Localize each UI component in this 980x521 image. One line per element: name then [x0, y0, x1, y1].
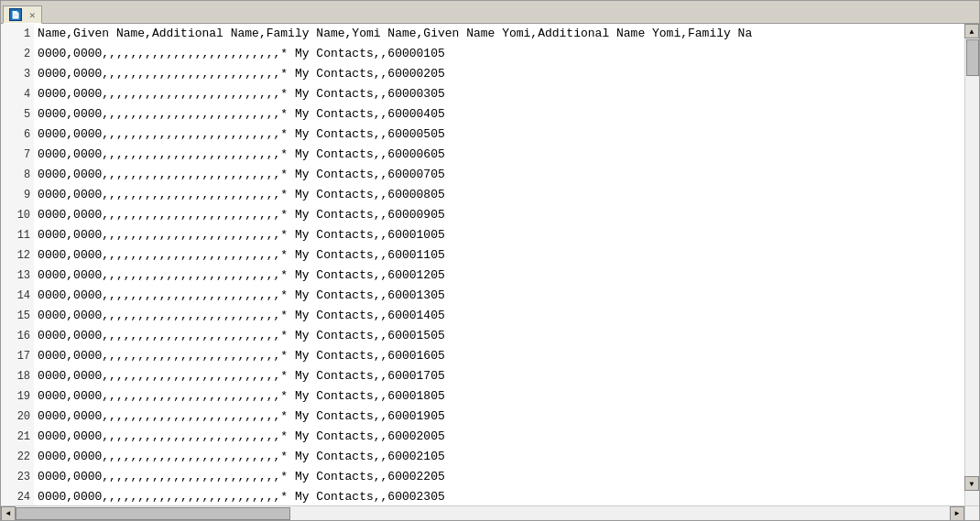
row-number: 19 — [1, 386, 34, 407]
table-row: 90000,0000,,,,,,,,,,,,,,,,,,,,,,,,,* My … — [1, 185, 964, 205]
row-number: 22 — [1, 447, 34, 467]
row-number: 3 — [1, 64, 34, 84]
v-scroll-track[interactable] — [965, 38, 979, 476]
row-number: 1 — [1, 24, 34, 44]
table-row: 140000,0000,,,,,,,,,,,,,,,,,,,,,,,,,* My… — [1, 286, 964, 306]
table-row: 110000,0000,,,,,,,,,,,,,,,,,,,,,,,,,* My… — [1, 225, 964, 245]
scroll-wrapper: 1Name,Given Name,Additional Name,Family … — [1, 24, 979, 520]
table-row: 70000,0000,,,,,,,,,,,,,,,,,,,,,,,,,* My … — [1, 145, 964, 165]
scrollbar-corner — [964, 505, 979, 520]
tab-close-button[interactable]: ✕ — [29, 9, 36, 21]
table-row: 50000,0000,,,,,,,,,,,,,,,,,,,,,,,,,* My … — [1, 104, 964, 125]
row-number: 14 — [1, 286, 34, 306]
row-content: 0000,0000,,,,,,,,,,,,,,,,,,,,,,,,,* My C… — [34, 104, 964, 125]
scroll-right-button[interactable]: ► — [950, 506, 964, 521]
data-table: 1Name,Given Name,Additional Name,Family … — [1, 24, 964, 520]
v-scroll-thumb[interactable] — [966, 39, 979, 76]
row-content: 0000,0000,,,,,,,,,,,,,,,,,,,,,,,,,* My C… — [34, 64, 964, 84]
file-tab[interactable]: 📄 ✕ — [3, 5, 42, 24]
scroll-left-button[interactable]: ◄ — [1, 506, 16, 521]
h-scroll-track[interactable] — [16, 506, 950, 521]
scroll-up-button[interactable]: ▲ — [964, 24, 979, 38]
row-content: 0000,0000,,,,,,,,,,,,,,,,,,,,,,,,,* My C… — [34, 366, 964, 386]
table-row: 200000,0000,,,,,,,,,,,,,,,,,,,,,,,,,* My… — [1, 407, 964, 427]
row-number: 20 — [1, 407, 34, 427]
table-row: 20000,0000,,,,,,,,,,,,,,,,,,,,,,,,,* My … — [1, 44, 964, 64]
table-scroll[interactable]: 1Name,Given Name,Additional Name,Family … — [1, 24, 979, 520]
table-row: 30000,0000,,,,,,,,,,,,,,,,,,,,,,,,,* My … — [1, 64, 964, 84]
row-content: 0000,0000,,,,,,,,,,,,,,,,,,,,,,,,,* My C… — [34, 407, 964, 427]
table-row: 100000,0000,,,,,,,,,,,,,,,,,,,,,,,,,* My… — [1, 205, 964, 225]
row-content: 0000,0000,,,,,,,,,,,,,,,,,,,,,,,,,* My C… — [34, 125, 964, 145]
row-number: 12 — [1, 245, 34, 266]
table-row: 120000,0000,,,,,,,,,,,,,,,,,,,,,,,,,* My… — [1, 245, 964, 266]
table-row: 210000,0000,,,,,,,,,,,,,,,,,,,,,,,,,* My… — [1, 427, 964, 447]
table-row: 240000,0000,,,,,,,,,,,,,,,,,,,,,,,,,* My… — [1, 487, 964, 507]
table-row: 80000,0000,,,,,,,,,,,,,,,,,,,,,,,,,* My … — [1, 165, 964, 185]
row-content: Name,Given Name,Additional Name,Family N… — [34, 24, 964, 44]
row-number: 5 — [1, 104, 34, 125]
table-row: 180000,0000,,,,,,,,,,,,,,,,,,,,,,,,,* My… — [1, 366, 964, 386]
content-area: 1Name,Given Name,Additional Name,Family … — [1, 23, 979, 520]
table-row: 220000,0000,,,,,,,,,,,,,,,,,,,,,,,,,* My… — [1, 447, 964, 467]
row-number: 8 — [1, 165, 34, 185]
row-content: 0000,0000,,,,,,,,,,,,,,,,,,,,,,,,,* My C… — [34, 145, 964, 165]
table-row: 150000,0000,,,,,,,,,,,,,,,,,,,,,,,,,* My… — [1, 306, 964, 326]
row-number: 4 — [1, 84, 34, 104]
csv-icon: 📄 — [9, 8, 22, 21]
table-row: 40000,0000,,,,,,,,,,,,,,,,,,,,,,,,,* My … — [1, 84, 964, 104]
row-content: 0000,0000,,,,,,,,,,,,,,,,,,,,,,,,,* My C… — [34, 245, 964, 266]
row-content: 0000,0000,,,,,,,,,,,,,,,,,,,,,,,,,* My C… — [34, 165, 964, 185]
row-content: 0000,0000,,,,,,,,,,,,,,,,,,,,,,,,,* My C… — [34, 286, 964, 306]
row-number: 24 — [1, 487, 34, 507]
row-number: 13 — [1, 266, 34, 286]
row-content: 0000,0000,,,,,,,,,,,,,,,,,,,,,,,,,* My C… — [34, 306, 964, 326]
row-number: 6 — [1, 125, 34, 145]
row-content: 0000,0000,,,,,,,,,,,,,,,,,,,,,,,,,* My C… — [34, 346, 964, 366]
table-row: 230000,0000,,,,,,,,,,,,,,,,,,,,,,,,,* My… — [1, 467, 964, 487]
row-content: 0000,0000,,,,,,,,,,,,,,,,,,,,,,,,,* My C… — [34, 487, 964, 507]
row-number: 10 — [1, 205, 34, 225]
table-row: 160000,0000,,,,,,,,,,,,,,,,,,,,,,,,,* My… — [1, 326, 964, 346]
row-number: 17 — [1, 346, 34, 366]
row-content: 0000,0000,,,,,,,,,,,,,,,,,,,,,,,,,* My C… — [34, 467, 964, 487]
row-number: 2 — [1, 44, 34, 64]
h-scroll-thumb[interactable] — [16, 507, 290, 520]
table-row: 60000,0000,,,,,,,,,,,,,,,,,,,,,,,,,* My … — [1, 125, 964, 145]
row-number: 16 — [1, 326, 34, 346]
row-content: 0000,0000,,,,,,,,,,,,,,,,,,,,,,,,,* My C… — [34, 44, 964, 64]
row-content: 0000,0000,,,,,,,,,,,,,,,,,,,,,,,,,* My C… — [34, 185, 964, 205]
row-content: 0000,0000,,,,,,,,,,,,,,,,,,,,,,,,,* My C… — [34, 427, 964, 447]
row-content: 0000,0000,,,,,,,,,,,,,,,,,,,,,,,,,* My C… — [34, 84, 964, 104]
vertical-scrollbar: ▲ ▼ — [964, 24, 979, 505]
row-number: 18 — [1, 366, 34, 386]
row-number: 21 — [1, 427, 34, 447]
horizontal-scrollbar: ◄ ► — [1, 505, 964, 520]
main-window: 📄 ✕ 1Name,Given Name,Additional Name,Fam… — [0, 0, 980, 521]
row-number: 11 — [1, 225, 34, 245]
table-row: 130000,0000,,,,,,,,,,,,,,,,,,,,,,,,,* My… — [1, 266, 964, 286]
row-content: 0000,0000,,,,,,,,,,,,,,,,,,,,,,,,,* My C… — [34, 225, 964, 245]
scroll-down-button[interactable]: ▼ — [964, 476, 979, 491]
row-content: 0000,0000,,,,,,,,,,,,,,,,,,,,,,,,,* My C… — [34, 386, 964, 407]
row-content: 0000,0000,,,,,,,,,,,,,,,,,,,,,,,,,* My C… — [34, 447, 964, 467]
table-row: 1Name,Given Name,Additional Name,Family … — [1, 24, 964, 44]
row-number: 23 — [1, 467, 34, 487]
row-number: 7 — [1, 145, 34, 165]
tab-bar: 📄 ✕ — [1, 1, 979, 23]
row-content: 0000,0000,,,,,,,,,,,,,,,,,,,,,,,,,* My C… — [34, 266, 964, 286]
table-row: 190000,0000,,,,,,,,,,,,,,,,,,,,,,,,,* My… — [1, 386, 964, 407]
table-row: 170000,0000,,,,,,,,,,,,,,,,,,,,,,,,,* My… — [1, 346, 964, 366]
row-content: 0000,0000,,,,,,,,,,,,,,,,,,,,,,,,,* My C… — [34, 205, 964, 225]
row-content: 0000,0000,,,,,,,,,,,,,,,,,,,,,,,,,* My C… — [34, 326, 964, 346]
row-number: 15 — [1, 306, 34, 326]
row-number: 9 — [1, 185, 34, 205]
